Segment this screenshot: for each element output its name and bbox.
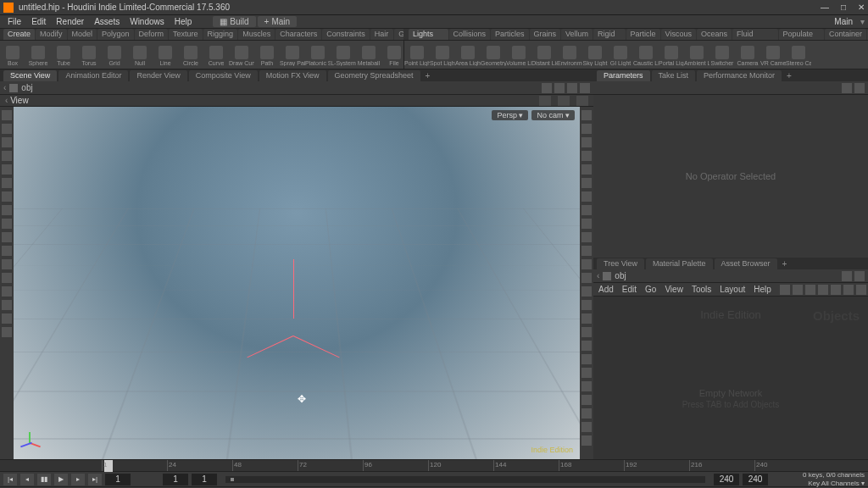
menu-help[interactable]: Help [170,17,197,26]
lasso-icon[interactable] [2,124,12,134]
tab-scene-view[interactable]: Scene View [3,70,57,81]
brush-icon[interactable] [2,191,12,202]
shelf-tool[interactable]: Draw Curve [229,44,254,66]
shelf-tool[interactable]: L-System [331,44,356,66]
range-end2-input[interactable] [743,474,768,485]
range-end1-input[interactable] [714,474,739,485]
d6[interactable] [581,422,592,432]
shelf-tab[interactable]: Collisions [449,29,491,40]
camera-persp-chip[interactable]: Persp ▾ [492,110,528,120]
range-slider[interactable] [225,476,705,483]
last-frame-button[interactable]: ▸| [88,474,102,485]
prim-icon[interactable] [581,259,592,269]
xray-icon[interactable] [581,191,592,202]
net-menu-tools[interactable]: Tools [692,285,711,294]
shelf-tool[interactable]: Stereo Camera [786,44,811,66]
magnet-icon[interactable] [2,219,12,229]
pin-icon[interactable] [542,83,552,93]
shelf-tab[interactable]: Hair Utils [370,29,394,40]
d2[interactable] [581,368,592,378]
shelf-tool[interactable]: Grid [102,44,127,66]
shelf-tool[interactable]: File [381,44,403,66]
rotate-icon[interactable] [2,151,12,161]
wrench-icon[interactable] [780,285,790,295]
shelf-tab[interactable]: Create [3,29,35,40]
snap3-icon[interactable] [576,96,588,106]
shelf-tool[interactable]: Environment Light [557,44,582,66]
shelf-tab[interactable]: Rigging [203,29,238,40]
flag2-icon[interactable] [805,285,815,295]
flip-icon[interactable] [2,286,12,297]
select2-icon[interactable] [581,178,592,188]
timeline[interactable]: 124487296120144168192216240 [0,459,868,471]
shelf-tab[interactable]: Vellum [561,29,593,40]
d4[interactable] [581,395,592,405]
net-menu-layout[interactable]: Layout [720,285,745,294]
pin-icon[interactable] [842,83,852,93]
network-path[interactable]: obj [615,271,626,280]
shelf-tool[interactable]: Area Light [455,44,481,66]
shelf-tool[interactable]: Geometry Light [481,44,506,66]
wire-icon[interactable] [581,137,592,147]
ghost2-icon[interactable] [581,151,592,161]
shelf-tab[interactable]: Texture [169,29,203,40]
bbox-icon[interactable] [581,286,592,297]
point-icon[interactable] [581,246,592,256]
net-menu-add[interactable]: Add [598,285,614,294]
shelf-tool[interactable]: Box [0,44,25,66]
menu-windows[interactable]: Windows [125,17,169,26]
uvs-icon[interactable] [581,232,592,242]
lock-icon[interactable] [2,300,12,310]
shelf-tool[interactable]: Camera [735,44,760,66]
menu-assets[interactable]: Assets [90,17,124,26]
camera-nocam-chip[interactable]: No cam ▾ [531,110,575,120]
first-frame-button[interactable]: |◂ [3,474,17,485]
shelf-tool[interactable]: Distant Light [531,44,557,66]
gear-icon[interactable] [854,271,865,281]
menu-file[interactable]: File [3,17,25,26]
template-icon[interactable] [581,164,592,175]
shelf-tab[interactable]: Viscous Fluids [661,29,696,40]
shelf-tool[interactable]: Platonic Solids [305,44,331,66]
shelf-tab[interactable]: Guide Process [394,29,403,40]
shelf-tool[interactable]: Spray Paint [280,44,305,66]
ghost-icon[interactable] [2,259,12,269]
opt-icon[interactable] [581,341,592,351]
chevron-down-icon[interactable] [580,83,590,93]
flag5-icon[interactable] [843,285,854,295]
cam2-icon[interactable] [581,327,592,337]
play-back-button[interactable]: ▮▮ [37,474,51,485]
flag6-icon[interactable] [856,285,866,295]
shelf-tool[interactable]: Sphere [25,44,51,66]
shelf-tab[interactable]: Fluid Containers [732,29,778,40]
more-icon[interactable] [2,327,12,337]
normal-icon[interactable] [581,219,592,229]
add-tab-button[interactable]: + [422,71,434,80]
gear-icon[interactable] [854,83,865,93]
shelf-tab[interactable]: Deform [135,29,169,40]
frame-current-input[interactable] [105,474,131,485]
tab-material-palette[interactable]: Material Palette [646,258,713,269]
tab-composite-view[interactable]: Composite View [189,70,258,81]
add-tab-button[interactable]: + [783,71,795,80]
tab-geo-spreadsheet[interactable]: Geometry Spreadsheet [328,70,420,81]
ortho-icon[interactable] [2,273,12,283]
prev-frame-button[interactable]: ◂ [20,474,34,485]
minimize-button[interactable]: — [821,3,829,12]
tab-render-view[interactable]: Render View [130,70,186,81]
shelf-tool[interactable]: Curve [203,44,229,66]
shelf-tool[interactable]: Tube [51,44,76,66]
menu-edit[interactable]: Edit [27,17,50,26]
snap-icon[interactable] [2,205,12,215]
shelf-tab[interactable]: Rigid Bodies [593,29,626,40]
range-start-input[interactable] [163,474,188,485]
shelf-tool[interactable]: Caustic Light [633,44,659,66]
tab-parameters[interactable]: Parameters [597,70,650,81]
d3[interactable] [581,381,592,391]
main-dropdown[interactable]: Main [830,17,857,26]
shelf-tab[interactable]: Container Tools [825,29,866,40]
select-icon[interactable] [2,110,12,120]
net-menu-edit[interactable]: Edit [622,285,637,294]
shelf-tool[interactable]: Torus [76,44,102,66]
d1[interactable] [581,354,592,364]
